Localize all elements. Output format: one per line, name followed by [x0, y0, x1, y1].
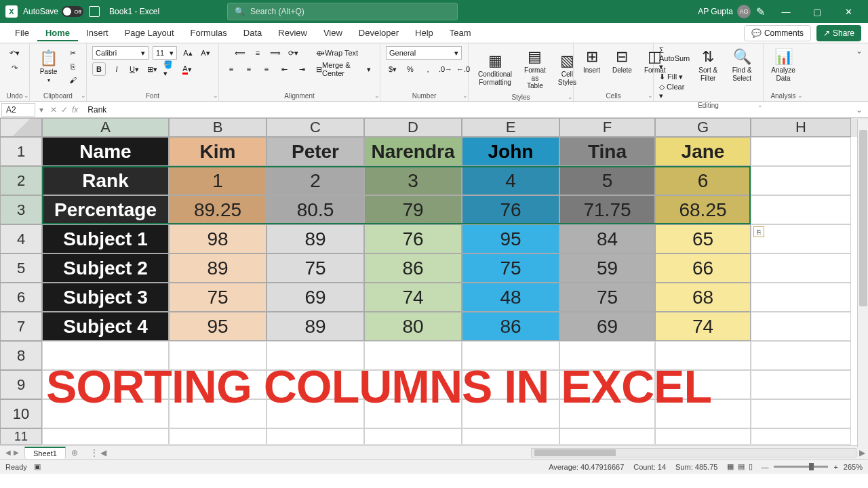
column-header[interactable]: A — [42, 118, 169, 137]
cell[interactable]: 59 — [559, 253, 655, 283]
cell[interactable]: Peter — [267, 137, 364, 166]
align-top-icon[interactable]: ⟸ — [233, 46, 247, 60]
number-format-select[interactable]: General▾ — [386, 46, 462, 60]
cell[interactable]: Rank — [42, 166, 169, 195]
cell[interactable] — [42, 428, 169, 445]
cell[interactable]: 74 — [655, 312, 751, 341]
cell[interactable]: Subject 3 — [42, 283, 169, 312]
decrease-indent-icon[interactable]: ⇤ — [277, 62, 291, 76]
tab-formulas[interactable]: Formulas — [182, 24, 235, 41]
cell[interactable]: 79 — [364, 195, 462, 224]
cell[interactable] — [559, 428, 655, 445]
bold-button[interactable]: B — [92, 62, 106, 76]
add-sheet-button[interactable]: ⊕ — [66, 448, 83, 458]
cell[interactable]: 76 — [364, 224, 462, 253]
italic-button[interactable]: I — [110, 62, 123, 76]
row-header[interactable]: 1 — [0, 137, 42, 166]
delete-cells-button[interactable]: ⊟Delete — [608, 46, 636, 77]
cell[interactable]: John — [462, 137, 559, 166]
tab-review[interactable]: Review — [270, 24, 315, 41]
tab-home[interactable]: Home — [37, 24, 78, 41]
align-left-icon[interactable]: ≡ — [224, 62, 238, 76]
row-header[interactable]: 10 — [0, 399, 42, 428]
increase-indent-icon[interactable]: ⇥ — [295, 62, 309, 76]
cell[interactable]: 68.25 — [655, 195, 751, 224]
pen-icon[interactable]: ✎ — [756, 5, 765, 18]
cell[interactable] — [751, 428, 851, 445]
close-button[interactable]: ✕ — [833, 0, 864, 23]
cell[interactable]: 76 — [462, 195, 559, 224]
format-painter-icon[interactable]: 🖌 — [66, 73, 79, 87]
tab-file[interactable]: File — [7, 24, 37, 41]
cell[interactable]: 89.25 — [169, 195, 267, 224]
tab-developer[interactable]: Developer — [351, 24, 407, 41]
horizontal-scrollbar[interactable] — [531, 448, 856, 458]
fill-button[interactable]: ⬇ Fill ▾ — [659, 73, 683, 81]
conditional-formatting-button[interactable]: ▦Conditional Formatting — [474, 50, 516, 88]
cancel-formula-icon[interactable]: ✕ — [50, 105, 57, 115]
increase-font-icon[interactable]: A▴ — [181, 46, 195, 60]
orientation-icon[interactable]: ⟳▾ — [286, 46, 300, 60]
cell[interactable]: Subject 2 — [42, 253, 169, 283]
align-right-icon[interactable]: ≡ — [260, 62, 273, 76]
prev-sheet-icon[interactable]: ◀ — [5, 449, 11, 456]
decrease-decimal-icon[interactable]: ←.0 — [456, 62, 470, 76]
align-middle-icon[interactable]: ≡ — [251, 46, 264, 60]
autosum-button[interactable]: Σ AutoSum ▾ — [659, 46, 690, 71]
maximize-button[interactable]: ▢ — [802, 0, 833, 23]
format-as-table-button[interactable]: ▤Format as Table — [520, 46, 550, 92]
cell[interactable]: 80 — [364, 312, 462, 341]
clear-button[interactable]: ◇ Clear ▾ — [659, 83, 690, 100]
cell[interactable] — [751, 312, 851, 341]
cell[interactable]: Name — [42, 137, 169, 166]
view-normal-icon[interactable]: ▦ — [727, 462, 734, 471]
cell[interactable]: 86 — [462, 312, 559, 341]
cell[interactable] — [751, 399, 851, 428]
cell[interactable]: 48 — [462, 283, 559, 312]
column-header[interactable]: H — [751, 118, 851, 137]
cell[interactable]: Percentage — [42, 195, 169, 224]
cell[interactable]: 3 — [364, 166, 462, 195]
cell[interactable]: 74 — [364, 283, 462, 312]
cell[interactable]: 95 — [462, 224, 559, 253]
cell[interactable]: 75 — [462, 253, 559, 283]
comma-button[interactable]: , — [421, 62, 435, 76]
cell[interactable]: 2 — [267, 166, 364, 195]
cell[interactable]: 4 — [462, 166, 559, 195]
increase-decimal-icon[interactable]: .0→ — [439, 62, 452, 76]
sheet-tab[interactable]: Sheet1 — [24, 447, 66, 459]
cell[interactable]: 89 — [267, 224, 364, 253]
row-header[interactable]: 2 — [0, 166, 42, 195]
column-header[interactable]: C — [267, 118, 364, 137]
find-select-button[interactable]: 🔍Find & Select — [726, 46, 757, 84]
cell[interactable]: 75 — [267, 253, 364, 283]
cell[interactable]: 75 — [169, 283, 267, 312]
zoom-in-button[interactable]: + — [833, 463, 837, 471]
worksheet[interactable]: A B C D E F G H 1 Name Kim Peter Narendr… — [0, 118, 868, 445]
cell[interactable]: 66 — [655, 253, 751, 283]
next-sheet-icon[interactable]: ▶ — [14, 449, 19, 456]
cell[interactable]: 69 — [559, 312, 655, 341]
fx-icon[interactable]: fx — [72, 105, 78, 115]
tab-data[interactable]: Data — [235, 24, 270, 41]
save-icon[interactable] — [89, 6, 100, 17]
decrease-font-icon[interactable]: A▾ — [199, 46, 212, 60]
cell[interactable] — [751, 224, 851, 253]
currency-button[interactable]: $▾ — [386, 62, 399, 76]
zoom-slider[interactable] — [774, 466, 828, 468]
analyze-data-button[interactable]: 📊Analyze Data — [769, 46, 797, 84]
font-name-select[interactable]: Calibri▾ — [92, 46, 149, 60]
cell[interactable]: 98 — [169, 224, 267, 253]
cell[interactable]: 1 — [169, 166, 267, 195]
cell[interactable]: 5 — [559, 166, 655, 195]
cell[interactable]: 80.5 — [267, 195, 364, 224]
copy-icon[interactable]: ⎘ — [66, 60, 79, 73]
column-header[interactable]: B — [169, 118, 267, 137]
view-page-break-icon[interactable]: ▯ — [749, 462, 753, 471]
column-header[interactable]: G — [655, 118, 751, 137]
column-header[interactable]: F — [559, 118, 655, 137]
cell[interactable]: 6 — [655, 166, 751, 195]
tab-page-layout[interactable]: Page Layout — [117, 24, 182, 41]
cut-icon[interactable]: ✂ — [66, 46, 79, 60]
font-color-button[interactable]: A▾ — [180, 62, 194, 76]
